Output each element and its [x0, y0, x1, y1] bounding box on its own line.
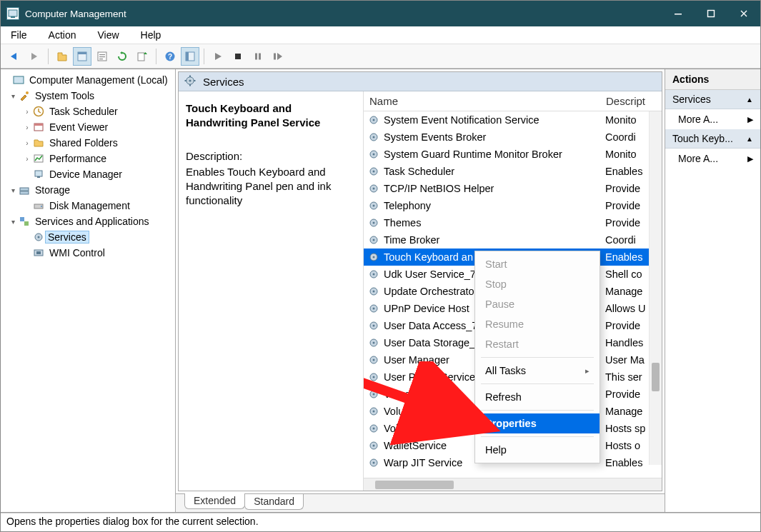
col-name[interactable]: Name — [364, 95, 603, 107]
tree-item[interactable]: › Shared Folders — [2, 135, 174, 151]
actions-header: Actions — [665, 69, 760, 90]
svg-point-50 — [373, 171, 375, 173]
tree-system-tools[interactable]: ▾ System Tools — [2, 88, 174, 104]
svg-point-66 — [373, 308, 375, 310]
gear-icon — [367, 438, 381, 453]
tree-item-icon — [32, 136, 45, 149]
help-button[interactable]: ? — [161, 47, 179, 66]
gear-icon — [367, 301, 381, 316]
svg-point-72 — [373, 359, 375, 361]
context-menu-item: Restart — [475, 334, 600, 354]
description-text: Enables Touch Keyboard and Handwriting P… — [186, 165, 356, 209]
forward-button[interactable] — [25, 47, 44, 66]
stop-service-button[interactable] — [229, 47, 247, 66]
svg-rect-3 — [708, 11, 715, 17]
actions-section-services[interactable]: Services ▲ — [665, 90, 760, 109]
toolbar-detail-icon[interactable] — [181, 47, 199, 66]
menu-action[interactable]: Action — [44, 28, 81, 42]
svg-rect-31 — [20, 217, 24, 221]
selected-service-name: Touch Keyboard and Handwriting Panel Ser… — [186, 101, 356, 131]
gear-icon — [367, 164, 381, 179]
gear-icon — [367, 387, 381, 401]
svg-point-60 — [373, 256, 375, 259]
context-menu-item[interactable]: Properties — [475, 413, 600, 433]
gear-icon — [367, 233, 381, 247]
service-row[interactable]: Time Broker Coordi — [364, 231, 662, 249]
maximize-button[interactable] — [695, 1, 727, 26]
tree-item[interactable]: WMI Control — [2, 245, 174, 261]
pause-service-button[interactable] — [249, 47, 267, 66]
svg-rect-36 — [36, 251, 41, 254]
service-row[interactable]: System Events Broker Coordi — [364, 129, 662, 146]
gear-icon — [367, 250, 381, 264]
svg-rect-1 — [11, 16, 15, 18]
gear-icon — [367, 370, 381, 384]
properties-button-icon[interactable] — [93, 47, 111, 66]
list-columns[interactable]: Name Descript — [364, 91, 662, 111]
context-menu-item[interactable]: All Tasks▸ — [475, 361, 600, 381]
service-row[interactable]: Themes Provide — [364, 214, 662, 231]
tree-item-services[interactable]: Services — [2, 229, 174, 245]
svg-rect-27 — [20, 188, 29, 191]
status-bar: Opens the properties dialog box for the … — [1, 513, 760, 531]
tree-item[interactable]: Device Manager — [2, 166, 174, 182]
service-row[interactable]: System Guard Runtime Monitor Broker Moni… — [364, 146, 662, 163]
tab-extended[interactable]: Extended — [184, 493, 245, 509]
services-header-label: Services — [203, 76, 244, 88]
svg-rect-5 — [78, 52, 86, 54]
svg-point-44 — [373, 119, 375, 121]
svg-rect-2 — [675, 14, 682, 15]
toolbar-view-icon[interactable] — [73, 47, 91, 66]
export-button[interactable] — [133, 47, 151, 66]
gear-icon — [367, 318, 381, 333]
arrow-right-icon: ▶ — [747, 154, 753, 164]
titlebar: Computer Management — [1, 1, 760, 26]
refresh-button[interactable] — [113, 47, 131, 66]
actions-pane: Actions Services ▲ More A...▶ Touch Keyb… — [665, 69, 760, 512]
context-menu-item[interactable]: Refresh — [475, 387, 600, 407]
minimize-button[interactable] — [662, 1, 695, 26]
toolbar-sep — [204, 49, 204, 64]
restart-service-button[interactable] — [269, 47, 287, 66]
toolbar-sep — [48, 49, 49, 64]
toolbar-sep — [156, 49, 156, 64]
svg-rect-18 — [274, 53, 276, 59]
back-button[interactable] — [5, 47, 24, 66]
tree-services-apps[interactable]: ▾ Services and Applications — [2, 214, 174, 229]
menu-view[interactable]: View — [93, 28, 123, 42]
vertical-scrollbar[interactable] — [649, 111, 662, 465]
actions-more-selected[interactable]: More A...▶ — [665, 149, 760, 169]
menu-help[interactable]: Help — [136, 28, 166, 42]
window-title: Computer Management — [25, 9, 662, 19]
horizontal-scrollbar[interactable] — [364, 478, 662, 491]
service-row[interactable]: Task Scheduler Enables — [364, 163, 662, 180]
tree-panel[interactable]: Computer Management (Local) ▾ System Too… — [1, 69, 176, 512]
gear-icon — [367, 404, 381, 418]
col-description[interactable]: Descript — [603, 95, 662, 107]
svg-point-80 — [373, 428, 375, 430]
show-hide-tree-button[interactable] — [53, 47, 71, 66]
tree-item[interactable]: Disk Management — [2, 198, 174, 214]
tree-item[interactable]: › Event Viewer — [2, 119, 174, 135]
tree-item[interactable]: › Task Scheduler — [2, 104, 174, 119]
context-menu-item: Stop — [475, 274, 600, 294]
context-menu-item[interactable]: Help — [475, 440, 600, 460]
tree-root[interactable]: Computer Management (Local) — [2, 72, 174, 88]
service-row[interactable]: Telephony Provide — [364, 197, 662, 214]
actions-more-services[interactable]: More A...▶ — [665, 109, 760, 129]
svg-rect-23 — [34, 124, 43, 126]
tree-item-icon — [32, 105, 45, 118]
start-service-button[interactable] — [209, 47, 227, 66]
tree-item[interactable]: › Performance — [2, 151, 174, 166]
service-row[interactable]: TCP/IP NetBIOS Helper Provide — [364, 180, 662, 197]
svg-point-68 — [373, 325, 375, 327]
close-button[interactable] — [727, 1, 760, 26]
description-label: Description: — [186, 149, 356, 164]
tree-storage[interactable]: ▾ Storage — [2, 182, 174, 198]
svg-point-62 — [373, 273, 375, 276]
actions-section-label: Touch Keyb... — [672, 133, 733, 144]
tab-standard[interactable]: Standard — [244, 494, 304, 510]
menu-file[interactable]: File — [6, 28, 31, 42]
actions-section-selected[interactable]: Touch Keyb... ▲ — [665, 129, 760, 149]
service-row[interactable]: System Event Notification Service Monito — [364, 111, 662, 129]
